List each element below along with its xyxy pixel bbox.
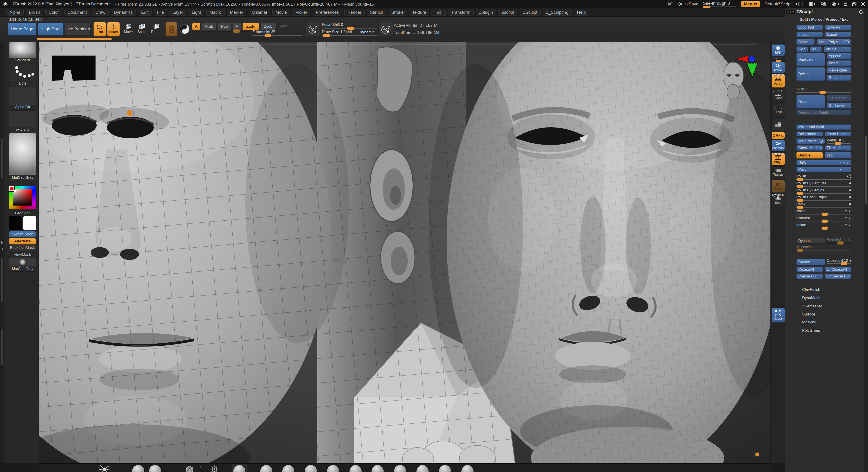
- live-boolean-button[interactable]: Live Boolean: [65, 23, 91, 35]
- import-button[interactable]: Import: [796, 32, 823, 37]
- backface-mask-button[interactable]: BackfaceMask: [9, 245, 36, 250]
- menu-file[interactable]: File: [154, 9, 167, 16]
- focal-shift-slider[interactable]: Focal Shift 0: [322, 23, 377, 29]
- current-alpha-button[interactable]: Alpha Off: [9, 87, 36, 110]
- menu-zscript[interactable]: Zscript: [498, 9, 517, 16]
- restore-icon[interactable]: [852, 2, 857, 6]
- pbg-mode-icon[interactable]: [849, 189, 851, 191]
- crease-pg-button[interactable]: Crease PG: [796, 274, 823, 279]
- tray-resize-bar[interactable]: [37, 38, 112, 40]
- pbf-mode-icon[interactable]: [849, 182, 851, 184]
- draw-size-handle[interactable]: [323, 34, 330, 37]
- bpr-button[interactable]: BPR: [771, 44, 785, 56]
- mirror-button[interactable]: Mirror X Y Z: [796, 167, 851, 172]
- see-through-handle[interactable]: [703, 6, 710, 8]
- thickness-slider[interactable]: Thickness: [796, 245, 851, 250]
- menu-alpha[interactable]: Alpha: [6, 9, 24, 16]
- weld-dist-handle[interactable]: [835, 142, 841, 145]
- gyro-button[interactable]: [179, 22, 190, 36]
- draw-button[interactable]: Draw: [107, 22, 120, 36]
- pbg-handle[interactable]: [797, 191, 804, 195]
- menu-dynamics[interactable]: Dynamics: [111, 9, 136, 16]
- mirror-y-toggle[interactable]: Y: [843, 168, 845, 171]
- crease-all-button[interactable]: CreaseAll: [796, 267, 823, 272]
- delete-button[interactable]: Delete: [796, 67, 825, 81]
- local-symmetry-button[interactable]: L.Sym: [771, 104, 785, 116]
- stroke-curve-d-button[interactable]: D: [378, 22, 393, 36]
- current-texture-button[interactable]: Texture Off: [9, 110, 36, 132]
- secondary-material-button[interactable]: MatCap Gray: [9, 258, 36, 272]
- mw-x-toggle[interactable]: X: [840, 126, 842, 128]
- del-higher-button[interactable]: Del Higher: [827, 95, 851, 101]
- polish-by-groups-slider[interactable]: Polish By Groups: [796, 188, 851, 194]
- brush-thumb[interactable]: [305, 465, 317, 472]
- export-button[interactable]: Export: [825, 32, 851, 37]
- stroke-curve-s-button[interactable]: S: [306, 22, 320, 36]
- relax-slider[interactable]: Relax: [796, 202, 851, 208]
- palette-zremesher[interactable]: ZRemesher: [802, 304, 822, 308]
- current-brush-button[interactable]: Standard: [9, 42, 36, 63]
- menu-marker[interactable]: Marker: [227, 9, 246, 16]
- move-button[interactable]: M Move: [123, 22, 134, 36]
- reload-icon[interactable]: [859, 9, 864, 14]
- close-icon[interactable]: [861, 2, 865, 6]
- ac-button[interactable]: AC: [667, 2, 673, 6]
- relax-handle[interactable]: [797, 206, 804, 209]
- color-picker[interactable]: [9, 186, 36, 209]
- floor-xyz-toggles[interactable]: X Y Z: [773, 90, 783, 93]
- zoom3d-button[interactable]: Zoom3D: [771, 140, 785, 152]
- dynamic-draw-size-label[interactable]: Dynamic: [360, 30, 375, 34]
- goz-visible-button[interactable]: Visible: [824, 46, 851, 52]
- weld-points-button[interactable]: WeldPoints: [796, 138, 825, 144]
- duplicate-button[interactable]: Duplicate: [796, 53, 825, 66]
- menu-layer[interactable]: Layer: [169, 9, 186, 16]
- brush-thumb[interactable]: [372, 465, 384, 472]
- gear-icon[interactable]: [210, 465, 219, 472]
- zsub-toggle[interactable]: Zsub: [260, 23, 276, 30]
- double-button[interactable]: Double: [796, 152, 823, 158]
- menu-help[interactable]: Help: [574, 9, 589, 16]
- quicksave-button[interactable]: QuickSave: [678, 2, 699, 6]
- del-hidden-button[interactable]: Del Hidden: [796, 131, 823, 137]
- mirror-and-weld-button[interactable]: Mirror And Weld X Y Z: [796, 124, 851, 130]
- sculpt-viewport[interactable]: [39, 41, 771, 463]
- actual-button[interactable]: x1 Actual: [771, 62, 785, 73]
- brush-thumb[interactable]: [260, 465, 272, 472]
- rgb-intensity-handle[interactable]: [233, 29, 240, 33]
- unify-button[interactable]: Unify X Y Z: [796, 160, 851, 166]
- menu-picker[interactable]: Picker: [292, 9, 310, 16]
- tray-collapse-left-icon[interactable]: [796, 2, 804, 6]
- del-lower-button[interactable]: Del Lower: [827, 102, 851, 109]
- panel-scrollbar-thumb[interactable]: [865, 136, 867, 204]
- uncrease-pg-button[interactable]: UnCrease PG: [825, 274, 851, 279]
- panel-scrollbar[interactable]: [864, 8, 868, 472]
- thickness-handle[interactable]: [797, 248, 804, 252]
- polish-crisp-edges-slider[interactable]: Polish Crisp Edges: [796, 195, 851, 201]
- view-mask-button[interactable]: ViewMask: [9, 252, 36, 258]
- see-through-slider[interactable]: See-through 0: [703, 1, 737, 7]
- brush-thumb[interactable]: [461, 465, 473, 472]
- menu-material[interactable]: Material: [249, 9, 270, 16]
- menu-macro[interactable]: Macro: [206, 9, 224, 16]
- camera-lock-button[interactable]: [771, 119, 785, 131]
- minimize-icon[interactable]: [843, 2, 848, 6]
- current-material-button[interactable]: MatCap Gray: [9, 133, 36, 180]
- menu-zplugin[interactable]: Zplugin: [476, 9, 496, 16]
- default-zscript-button[interactable]: DefaultZScript: [765, 2, 792, 6]
- menu-document[interactable]: Document: [64, 9, 90, 16]
- alpha-a-toggle[interactable]: A: [192, 23, 200, 30]
- mrgb-toggle[interactable]: Mrgb: [202, 23, 216, 30]
- polish-slider[interactable]: Polish: [796, 174, 851, 180]
- goz-button[interactable]: GoZ: [796, 46, 808, 52]
- menu-color[interactable]: Color: [45, 9, 62, 16]
- tray-collapse-right-icon[interactable]: [808, 2, 815, 6]
- load-tool-button[interactable]: Load Tool: [796, 25, 823, 30]
- zadd-toggle[interactable]: Zadd: [243, 23, 259, 30]
- dynamic-mode-button[interactable]: Dynamic: [796, 238, 825, 243]
- divide-button[interactable]: Divide: [796, 95, 825, 109]
- cube-tool-icon[interactable]: [184, 465, 194, 472]
- mw-y-toggle[interactable]: Y: [843, 126, 845, 128]
- sdiv-handle[interactable]: [819, 91, 826, 94]
- switch-color-button[interactable]: SwitchColor: [9, 231, 36, 237]
- inflate-slider[interactable]: InflateX Y Z: [796, 223, 851, 229]
